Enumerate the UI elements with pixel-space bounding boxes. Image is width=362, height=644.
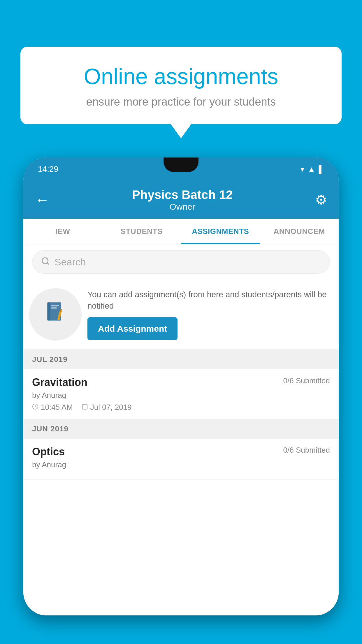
assignment-submitted: 0/6 Submitted bbox=[283, 376, 330, 385]
svg-rect-5 bbox=[51, 307, 57, 309]
tab-announcements[interactable]: ANNOUNCEM bbox=[260, 219, 339, 244]
clock-icon bbox=[32, 403, 38, 412]
battery-icon: ▌ bbox=[319, 165, 324, 174]
optics-author: by Anurag bbox=[32, 460, 330, 469]
settings-icon[interactable]: ⚙ bbox=[315, 192, 327, 208]
assignment-promo-right: You can add assignment(s) from here and … bbox=[87, 289, 330, 340]
search-bar-container: Search bbox=[23, 244, 339, 279]
add-assignment-button[interactable]: Add Assignment bbox=[87, 317, 178, 340]
speech-bubble-title: Online assignments bbox=[41, 64, 321, 89]
app-bar-title: Physics Batch 12 bbox=[132, 188, 233, 202]
screen-content: Search bbox=[23, 244, 339, 615]
search-placeholder: Search bbox=[55, 256, 86, 268]
speech-bubble-subtitle: ensure more practice for your students bbox=[41, 96, 321, 108]
app-bar-subtitle: Owner bbox=[132, 202, 233, 212]
svg-rect-3 bbox=[48, 302, 50, 321]
svg-rect-4 bbox=[51, 305, 59, 306]
status-time: 14:29 bbox=[38, 164, 58, 174]
speech-bubble-container: Online assignments ensure more practice … bbox=[20, 47, 342, 124]
signal-icon: ▲ bbox=[308, 165, 315, 174]
assignment-item-optics[interactable]: Optics 0/6 Submitted by Anurag bbox=[23, 439, 339, 480]
notebook-icon bbox=[44, 300, 67, 329]
add-assignment-promo: You can add assignment(s) from here and … bbox=[23, 279, 339, 350]
status-bar: 14:29 ▾ ▲ ▌ bbox=[23, 158, 339, 181]
tab-assignments[interactable]: ASSIGNMENTS bbox=[181, 219, 260, 244]
search-icon bbox=[41, 256, 50, 268]
assignment-icon-circle bbox=[29, 288, 82, 341]
search-bar[interactable]: Search bbox=[32, 250, 330, 274]
optics-name: Optics bbox=[32, 446, 65, 458]
phone-device: 14:29 ▾ ▲ ▌ ← Physics Batch 12 Owner ⚙ bbox=[23, 158, 339, 615]
phone-notch bbox=[164, 158, 198, 172]
app-bar: ← Physics Batch 12 Owner ⚙ bbox=[23, 181, 339, 219]
phone-container: 14:29 ▾ ▲ ▌ ← Physics Batch 12 Owner ⚙ bbox=[23, 158, 339, 644]
section-header-jun: JUN 2019 bbox=[23, 419, 339, 439]
assignment-meta: 10:45 AM Jul 07, 201 bbox=[32, 403, 330, 412]
assignment-author: by Anurag bbox=[32, 391, 330, 400]
tabs-bar: IEW STUDENTS ASSIGNMENTS ANNOUNCEM bbox=[23, 219, 339, 244]
app-bar-title-group: Physics Batch 12 Owner bbox=[132, 188, 233, 212]
phone-screen: 14:29 ▾ ▲ ▌ ← Physics Batch 12 Owner ⚙ bbox=[23, 158, 339, 615]
assignment-date: Jul 07, 2019 bbox=[82, 403, 132, 412]
svg-rect-9 bbox=[82, 404, 87, 409]
wifi-icon: ▾ bbox=[301, 165, 304, 174]
calendar-icon bbox=[82, 403, 88, 412]
assignment-time: 10:45 AM bbox=[32, 403, 73, 412]
status-icons: ▾ ▲ ▌ bbox=[301, 165, 324, 174]
assignment-item-optics-top: Optics 0/6 Submitted bbox=[32, 446, 330, 458]
assignment-item-top: Gravitation 0/6 Submitted bbox=[32, 376, 330, 388]
svg-line-1 bbox=[47, 262, 49, 264]
optics-submitted: 0/6 Submitted bbox=[283, 446, 330, 455]
back-button[interactable]: ← bbox=[35, 191, 50, 208]
tab-students[interactable]: STUDENTS bbox=[102, 219, 181, 244]
tab-iew[interactable]: IEW bbox=[23, 219, 102, 244]
assignment-promo-text: You can add assignment(s) from here and … bbox=[87, 289, 330, 312]
section-header-jul: JUL 2019 bbox=[23, 350, 339, 369]
speech-bubble: Online assignments ensure more practice … bbox=[20, 47, 342, 124]
assignment-item-gravitation[interactable]: Gravitation 0/6 Submitted by Anurag bbox=[23, 369, 339, 419]
assignment-name: Gravitation bbox=[32, 376, 87, 388]
